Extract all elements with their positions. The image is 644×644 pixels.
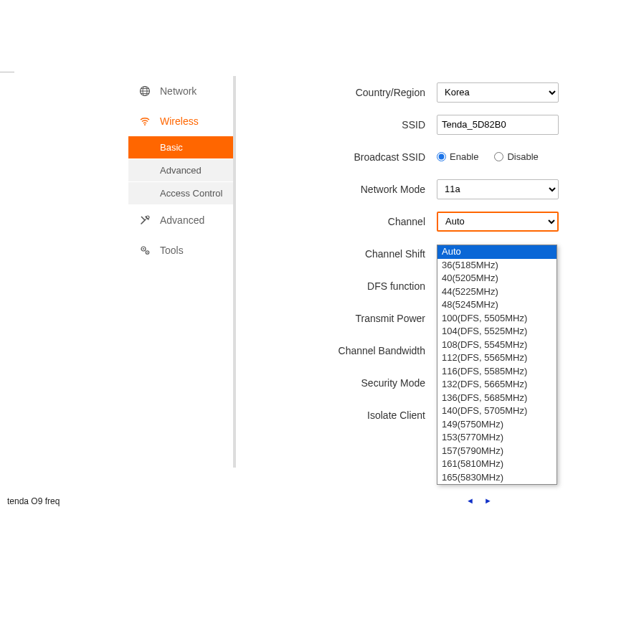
- channel-dropdown[interactable]: Auto36(5185MHz)40(5205MHz)44(5225MHz)48(…: [437, 245, 557, 485]
- channel-option[interactable]: 157(5790MHz): [437, 445, 557, 458]
- settings-panel: Network Wireless Basic Advanced Access C…: [128, 76, 573, 468]
- subnav-label: Advanced: [160, 165, 202, 176]
- channel-option[interactable]: 40(5205MHz): [437, 272, 557, 285]
- dfs-label: DFS function: [265, 280, 437, 292]
- top-divider: [0, 72, 14, 72]
- channel-option[interactable]: Auto: [437, 245, 557, 259]
- ssid-label: SSID: [265, 119, 437, 131]
- row-network-mode: Network Mode 11a: [265, 173, 559, 205]
- channel-option[interactable]: 165(5830MHz): [437, 471, 557, 485]
- broadcast-radio-group: Enable Disable: [437, 151, 539, 162]
- nav-advanced[interactable]: Advanced: [128, 205, 233, 235]
- pager-next[interactable]: ►: [484, 496, 492, 505]
- nav-label: Advanced: [160, 214, 204, 226]
- svg-point-9: [143, 248, 144, 250]
- tools-icon: [138, 214, 151, 227]
- network-mode-select[interactable]: 11a: [437, 179, 559, 199]
- channel-option[interactable]: 36(5185MHz): [437, 259, 557, 273]
- broadcast-enable-radio[interactable]: [437, 152, 446, 161]
- subnav-label: Access Control: [160, 188, 222, 199]
- channel-label: Channel: [265, 216, 437, 227]
- channel-option[interactable]: 149(5750MHz): [437, 418, 557, 432]
- channel-option[interactable]: 44(5225MHz): [437, 285, 557, 299]
- channel-option[interactable]: 100(DFS, 5505MHz): [437, 312, 557, 326]
- subnav-advanced[interactable]: Advanced: [128, 159, 233, 182]
- country-label: Country/Region: [265, 87, 437, 98]
- broadcast-enable[interactable]: Enable: [437, 151, 478, 162]
- channel-option[interactable]: 116(DFS, 5585MHz): [437, 365, 557, 379]
- globe-icon: [138, 85, 151, 98]
- pager-prev[interactable]: ◄: [466, 496, 474, 505]
- svg-line-7: [141, 217, 145, 220]
- network-mode-label: Network Mode: [265, 184, 437, 195]
- tx-power-label: Transmit Power: [265, 313, 437, 324]
- nav-label: Wireless: [160, 115, 199, 127]
- security-label: Security Mode: [265, 377, 437, 389]
- channel-option[interactable]: 112(DFS, 5565MHz): [437, 351, 557, 365]
- row-broadcast: Broadcast SSID Enable Disable: [265, 141, 559, 173]
- isolate-label: Isolate Client: [265, 409, 437, 421]
- wifi-icon: [138, 115, 151, 128]
- form-content: Country/Region Korea SSID Broadcast SSID…: [236, 76, 573, 468]
- nav-label: Network: [160, 85, 196, 97]
- wireless-submenu: Basic Advanced Access Control: [128, 136, 233, 205]
- svg-point-11: [147, 252, 148, 253]
- channel-select[interactable]: Auto: [437, 212, 559, 232]
- broadcast-disable-radio[interactable]: [494, 152, 503, 161]
- ssid-input[interactable]: [437, 115, 559, 135]
- subnav-basic[interactable]: Basic: [128, 136, 233, 159]
- channel-option[interactable]: 153(5770MHz): [437, 431, 557, 445]
- nav-wireless[interactable]: Wireless: [128, 106, 233, 136]
- channel-option[interactable]: 140(DFS, 5705MHz): [437, 404, 557, 418]
- pager: ◄ ►: [466, 496, 492, 505]
- channel-option[interactable]: 108(DFS, 5545MHz): [437, 338, 557, 352]
- row-country: Country/Region Korea: [265, 76, 559, 108]
- nav-tools[interactable]: Tools: [128, 235, 233, 265]
- image-caption: tenda O9 freq: [7, 496, 60, 506]
- channel-option[interactable]: 48(5245MHz): [437, 298, 557, 312]
- nav-label: Tools: [160, 245, 184, 256]
- channel-option[interactable]: 136(DFS, 5685MHz): [437, 392, 557, 405]
- country-select[interactable]: Korea: [437, 82, 559, 103]
- broadcast-label: Broadcast SSID: [265, 151, 437, 163]
- nav-network[interactable]: Network: [128, 76, 233, 106]
- bandwidth-label: Channel Bandwidth: [265, 345, 437, 356]
- row-ssid: SSID: [265, 108, 559, 141]
- channel-option[interactable]: 132(DFS, 5665MHz): [437, 378, 557, 392]
- subnav-label: Basic: [160, 142, 183, 153]
- row-channel: Channel Auto: [265, 205, 559, 237]
- broadcast-disable[interactable]: Disable: [494, 151, 538, 162]
- channel-shift-label: Channel Shift: [265, 248, 437, 260]
- radio-label: Disable: [507, 151, 538, 162]
- radio-label: Enable: [450, 151, 478, 162]
- sidebar: Network Wireless Basic Advanced Access C…: [128, 76, 236, 468]
- gears-icon: [138, 244, 151, 257]
- subnav-access-control[interactable]: Access Control: [128, 182, 233, 205]
- channel-option[interactable]: 104(DFS, 5525MHz): [437, 325, 557, 338]
- channel-option[interactable]: 161(5810MHz): [437, 458, 557, 471]
- svg-point-5: [144, 124, 146, 126]
